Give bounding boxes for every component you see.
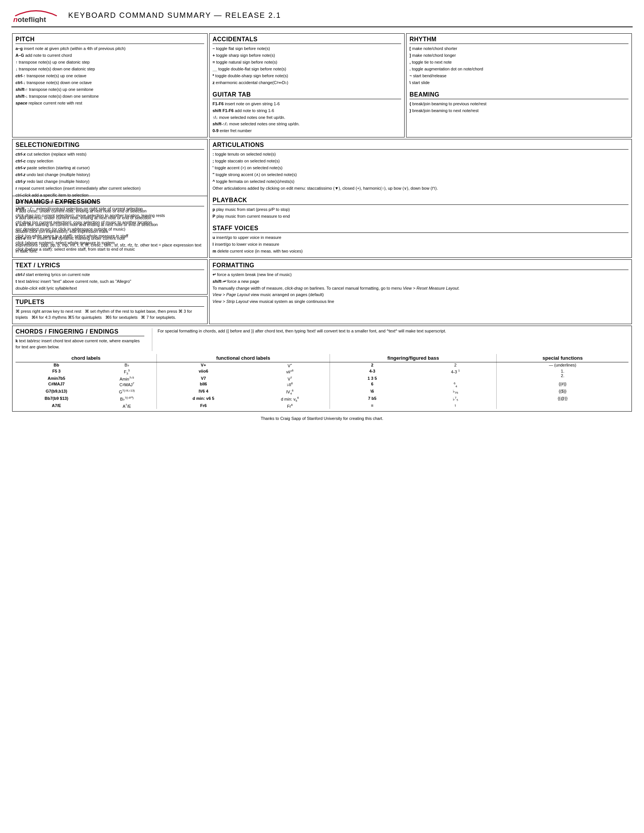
fmt-row-strip-layout: View > Strip Layout view musical system … [213,299,628,305]
acc-row-sharp: + toggle sharp sign before note(s) [213,53,401,59]
chord-table: chord labels functional chord labels fin… [16,354,628,408]
acc-desc-dblsharp: toggle double-sharp sign before note(s) [215,74,288,78]
chords-desc-k: text tab/esc insert chord text above cur… [16,338,140,349]
page-title: Keyboard Command Summary — Release 2.1 [68,11,281,20]
chord-cell-1-1a: Bb [16,362,97,368]
chord-cell-2-2a: viio6 [156,368,250,376]
acc-key-dblflat: __ [213,67,217,71]
art-desc-staccato: toggle staccato on selected note(s) [215,159,280,163]
chord-cell-5-3a: \6 [330,389,414,396]
guitar-key-fret-updn: ↑/↓ [213,115,218,120]
dyn-key-expressions: expressions [16,243,38,247]
fmt-desc-return: force a system break (new line of music) [217,272,292,277]
pitch-key-shift-up: shift-↑ [16,87,27,92]
chord-row-7: A7/E A7/E Fr6 Fr6 = ♮ [16,403,628,409]
chord-row-4: C#MAJ7 C♯MAJ7 bII6 ♭II6 6 64 {{#}} [16,381,628,389]
art-row-accent: ' toggle accent (>) on selected note(s) [213,165,628,171]
chord-cell-7-2b: Fr6 [250,403,330,409]
pitch-row-AG: A–G add note to current chord [16,53,204,59]
acc-key-natural: = [213,60,215,64]
tuplets-section: TUPLETS ⌘ press right arrow key to next … [12,296,208,324]
chord-cell-2-4: 1. 2. [497,368,628,382]
chord-cell-1-2a: V+ [156,362,250,368]
fmt-row-click-drag: To manually change width of measure, cli… [213,286,628,291]
pitch-desc-space: replace current note with rest [28,101,82,105]
dyn-desc-ctrl-e: mf ↵ insert a mf dynamic marking under c… [27,236,125,240]
play-row-p: p play music from start (press p/P to st… [213,207,628,213]
guitar-desc-f1f6: insert note on given string 1-6 [225,101,280,106]
fmt-row-shift-return: shift-↵ force a new page [213,279,628,285]
chord-cell-6-2a: d min: v6 5 [156,396,250,403]
tuplets-desc: ⌘ press right arrow key to next rest ⌘ s… [16,309,204,321]
chord-cell-4-1b: C♯MAJ7 [97,381,156,389]
chord-cell-4-1a: C#MAJ7 [16,381,97,389]
dynamics-title: DYNAMICS / EXPRESSIONS [16,198,204,206]
rhythm-desc-slide: start slide [412,80,430,85]
chord-cell-3-3a: 1 3 5 [330,376,414,382]
pitch-section: PITCH a–g insert note at given pitch (wi… [12,33,208,137]
acc-key-enharmonic: z [213,80,215,85]
tl-desc-dblclick: edit lyric syllable/text [39,286,77,290]
guitar-row-f1f6: F1-F6 insert note on given string 1-6 [213,101,401,107]
rhythm-row-longer: ] make note/chord longer [409,53,628,59]
sel-desc-repeat: repeat current selection (insert immedia… [18,186,140,190]
sel-key-undo: ctrl-z [16,172,26,177]
dyn-row-dblclick: double-click (on expression): edit expre… [16,229,204,235]
fmt-key-return: ↵ [213,272,216,277]
acc-desc-enharmonic: enharmonic accidental change(C♯⇔D♭) [216,80,288,85]
sel-key-redo: ctrl-y [16,179,26,183]
chord-cell-7-4 [497,403,628,409]
dyn-row-ctrl-e: ctrl-e mf ↵ insert a mf dynamic marking … [16,235,204,241]
chord-cell-2-3b: 4-3 1 [414,368,497,376]
rhythm-key-slide: \ [409,80,411,85]
art-desc-accent: toggle accent (>) on selected note(s) [215,166,283,170]
sel-key-repeat: r [16,186,17,190]
chord-cell-6-1a: Bb7(b9 $13) [16,396,97,403]
pitch-desc-shift-down: transpose note(s) down one semitone [29,94,98,98]
beaming-key-next: } [409,108,411,113]
chord-row-1: Bb B♭ V+ V+ 2 2 — (underlines) [16,362,628,368]
sv-row-m: m delete current voice (in meas. with tw… [213,248,628,254]
sel-desc-paste: paste selection (starting at cursor) [27,166,90,170]
chord-cell-3-1b: Amin7♭5 [97,376,156,382]
chord-cell-7-3b: ♮ [414,403,497,409]
footer-text: Thanks to Craig Sapp of Stanford Univers… [261,416,383,421]
rhythm-key-shorter: [ [409,46,411,51]
page-header: noteflight Keyboard Command Summary — Re… [11,8,633,27]
pitch-key-ctrl-down: ctrl-↓ [16,80,26,85]
beaming-desc-next: break/join beaming to next note/rest [412,108,478,113]
chord-cell-2-1b: F35 [97,368,156,376]
chord-cell-2-2b: vii°6 [250,368,330,376]
sel-key-paste: ctrl-v [16,166,26,170]
sv-row-l: l insert/go to lower voice in measure [213,241,628,248]
dyn-row-slur: s add slur starting on current note and … [16,222,204,228]
formatting-section: FORMATTING ↵ force a system break (new l… [209,259,632,325]
dyn-key-ctrl-e: ctrl-e [16,236,26,240]
art-key-staccato: ; [213,159,214,163]
chord-col-header-2: functional chord labels [156,354,330,362]
beaming-key-prev: { [409,101,411,106]
dyn-row-decresc: > add decresc. under current note, endin… [16,215,204,221]
rhythm-row-slide: \ start slide [409,80,628,86]
chord-cell-6-1b: B♭7(♭9¹³) [97,396,156,403]
selection-title: SELECTION/EDITING [16,142,204,150]
dyn-desc-cresc: add cresc. under current note, ending at… [19,209,147,213]
acc-row-natural: = toggle natural sign before note(s) [213,60,401,66]
chord-cell-7-2a: Fr6 [156,403,250,409]
rhythm-desc-longer: make note/chord longer [412,53,456,58]
sel-row-redo: ctrl-y redo last change (multiple histor… [16,179,204,185]
sel-row-undo: ctrl-z undo last change (multiple histor… [16,172,204,178]
acc-row-dblsharp: * toggle double-sharp sign before note(s… [213,73,401,79]
acc-desc-flat: toggle flat sign before note(s) [216,46,270,51]
chords-intro: k text tab/esc insert chord text above c… [16,338,144,350]
svg-text:noteflight: noteflight [13,16,46,23]
chord-cell-4-3b: 64 [414,381,497,389]
guitar-desc-string-updn: move selected notes one string up/dn. [229,122,299,126]
guitar-row-fret-updn: ↑/↓ move selected notes one fret up/dn. [213,115,401,121]
chord-cell-4-2a: bII6 [156,381,250,389]
chord-cell-4-4: {{#}} [497,381,628,389]
pitch-row-up: ↑ transpose note(s) up one diatonic step [16,60,204,66]
sv-desc-u: insert/go to upper voice in measure [216,235,282,240]
art-row-fermata: ^ toggle fermata on selected note(s)/res… [213,179,628,185]
chord-cell-5-1b: G7(♭9,♭13) [97,389,156,396]
